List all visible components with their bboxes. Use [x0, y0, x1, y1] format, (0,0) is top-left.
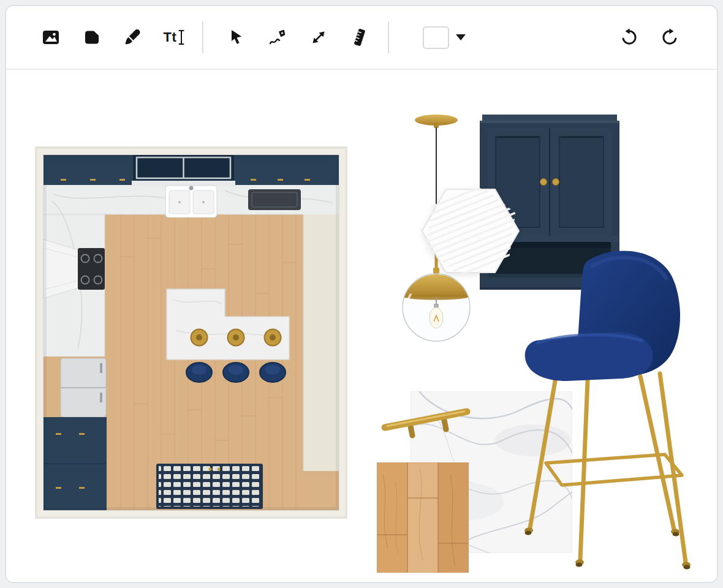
hallway-floor [303, 214, 339, 471]
diagonal-resize-icon [309, 28, 328, 47]
kitchen-floorplan-render[interactable] [35, 146, 347, 519]
navy-velvet-bar-stool[interactable] [519, 245, 697, 579]
undo-button[interactable] [615, 23, 643, 51]
paintbrush-icon [124, 28, 142, 47]
sink [165, 186, 217, 217]
redo-button[interactable] [656, 23, 684, 51]
color-swatch [423, 26, 449, 49]
bar-stool-image [519, 245, 697, 579]
chevron-down-icon [456, 34, 466, 40]
stool-feet [524, 528, 691, 570]
door-rug [156, 464, 263, 509]
undo-icon [619, 28, 639, 47]
cabinet-pull-image [380, 401, 472, 447]
text-tool-button[interactable]: Tt [160, 23, 188, 51]
redo-icon [660, 28, 679, 47]
color-picker-button[interactable] [423, 26, 466, 49]
hexagon-tile-image [421, 188, 520, 274]
ruler-icon [350, 28, 369, 47]
brass-cabinet-pull[interactable] [380, 401, 472, 447]
paint-tool-button[interactable] [119, 23, 147, 51]
oak-wood-swatch[interactable] [377, 462, 469, 573]
base-cabinets [44, 417, 107, 510]
shape-tool-button[interactable] [78, 23, 106, 51]
floorplan-image [35, 146, 347, 519]
text-cursor-icon [178, 29, 184, 45]
toolbar: Tt [6, 6, 717, 70]
counter-tray [248, 189, 301, 210]
stool-legs [530, 374, 686, 562]
resize-tool-button[interactable] [305, 23, 333, 51]
select-tool-button[interactable] [222, 23, 251, 51]
shape-icon [83, 28, 101, 47]
text-tool-glyph: Tt [164, 29, 177, 45]
image-icon [41, 28, 61, 47]
app-window: Tt [5, 5, 718, 583]
pen-scribble-icon [268, 28, 287, 47]
measure-tool-button[interactable] [346, 23, 374, 51]
refrigerator [61, 358, 106, 417]
wood-swatch-image [377, 462, 469, 573]
toolbar-divider [388, 21, 389, 53]
window [132, 155, 235, 186]
white-hexagon-tile-swatch[interactable] [421, 188, 520, 274]
draw-tool-button[interactable] [263, 23, 292, 51]
cursor-icon [227, 28, 246, 47]
image-tool-button[interactable] [37, 23, 65, 51]
design-canvas[interactable] [6, 70, 717, 582]
toolbar-divider [202, 21, 203, 53]
